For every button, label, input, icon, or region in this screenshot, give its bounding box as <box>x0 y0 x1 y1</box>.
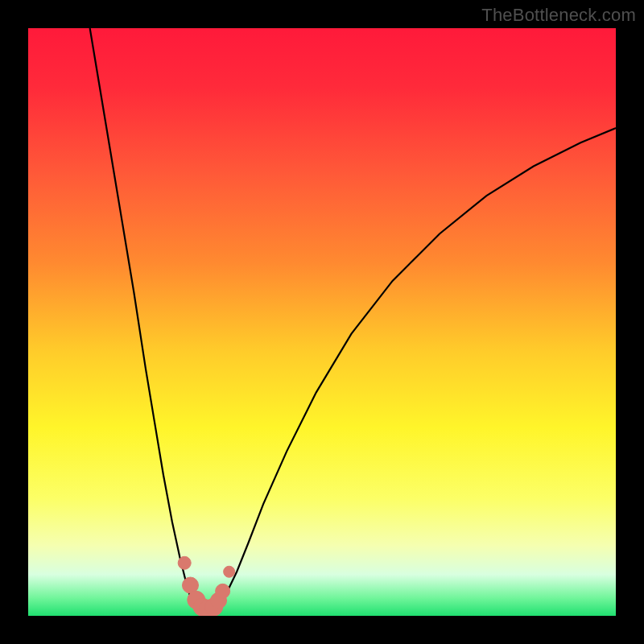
gradient-background <box>28 28 616 616</box>
bottleneck-chart <box>28 28 616 616</box>
watermark-label: TheBottleneck.com <box>481 5 636 26</box>
curve-marker <box>216 584 230 598</box>
chart-frame: TheBottleneck.com <box>0 0 644 644</box>
curve-marker <box>178 556 191 569</box>
plot-area <box>28 28 616 616</box>
curve-marker <box>224 566 235 577</box>
